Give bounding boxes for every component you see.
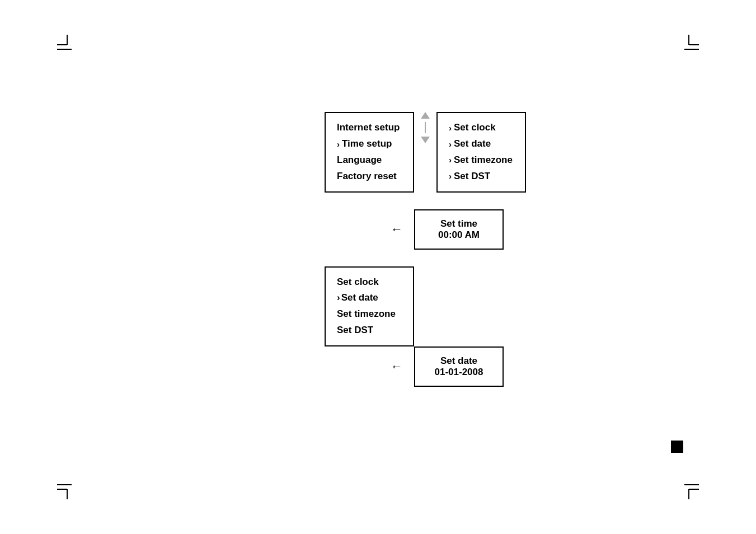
set-date-box: Set date 01-01-2008 xyxy=(414,346,504,387)
chevron-icon-set-date: › xyxy=(449,137,452,152)
scroll-line xyxy=(425,122,426,133)
set-date-value: 01-01-2008 xyxy=(431,367,487,378)
back-arrow-2[interactable]: ← xyxy=(369,359,403,374)
menu-item-time-setup[interactable]: › Time setup xyxy=(337,136,402,152)
corner-mark-top-left xyxy=(56,34,78,56)
top-row: Internet setup › Time setup Language Fac… xyxy=(325,112,526,193)
corner-mark-bottom-left xyxy=(56,478,78,500)
submenu-item-set-dst[interactable]: › Set DST xyxy=(449,168,514,185)
corner-mark-bottom-right xyxy=(678,478,700,500)
black-square-indicator xyxy=(671,441,683,453)
chevron-icon-clock-set-date: › xyxy=(337,290,340,306)
submenu-item-set-timezone[interactable]: › Set timezone xyxy=(449,152,514,168)
set-time-box: Set time 00:00 AM xyxy=(414,209,504,250)
chevron-icon-time-setup: › xyxy=(337,137,340,152)
submenu-item-set-date[interactable]: › Set date xyxy=(449,136,514,152)
chevron-icon-set-timezone: › xyxy=(449,153,452,167)
third-row: Set clock › Set date Set timezone Set DS… xyxy=(325,266,526,347)
clock-submenu-set-dst[interactable]: Set DST xyxy=(337,322,402,339)
back-arrow-1[interactable]: ← xyxy=(369,222,403,237)
set-time-value: 00:00 AM xyxy=(431,229,487,241)
menu-label-internet-setup: Internet setup xyxy=(337,120,400,136)
main-menu-box: Internet setup › Time setup Language Fac… xyxy=(325,112,414,193)
clock-submenu-set-date[interactable]: › Set date xyxy=(337,290,402,306)
chevron-icon-set-clock: › xyxy=(449,121,452,135)
menu-label-factory-reset: Factory reset xyxy=(337,168,397,185)
menu-item-language[interactable]: Language xyxy=(337,152,402,168)
submenu-label-set-clock: Set clock xyxy=(454,120,496,136)
clock-label-set-clock: Set clock xyxy=(337,274,379,291)
scroll-up-arrow[interactable] xyxy=(421,112,430,119)
time-submenu-box: › Set clock › Set date › Set timezone › … xyxy=(436,112,526,193)
corner-mark-top-right xyxy=(678,34,700,56)
menu-label-language: Language xyxy=(337,152,382,168)
scroll-indicator xyxy=(414,112,436,143)
clock-label-set-timezone: Set timezone xyxy=(337,306,396,322)
menu-item-internet-setup[interactable]: Internet setup xyxy=(337,120,402,136)
clock-label-set-dst: Set DST xyxy=(337,322,373,339)
clock-submenu-set-timezone[interactable]: Set timezone xyxy=(337,306,402,322)
content-area: Internet setup › Time setup Language Fac… xyxy=(325,112,526,387)
menu-item-factory-reset[interactable]: Factory reset xyxy=(337,168,402,185)
chevron-icon-set-dst: › xyxy=(449,169,452,184)
set-time-title: Set time xyxy=(431,218,487,229)
submenu-item-set-clock[interactable]: › Set clock xyxy=(449,120,514,136)
fourth-row: ← Set date 01-01-2008 xyxy=(325,346,526,387)
submenu-label-set-timezone: Set timezone xyxy=(454,152,513,168)
second-row: ← Set time 00:00 AM xyxy=(325,209,526,250)
scroll-down-arrow[interactable] xyxy=(421,137,430,143)
submenu-label-set-date: Set date xyxy=(454,136,491,152)
menu-label-time-setup: Time setup xyxy=(342,136,392,152)
clock-submenu-box: Set clock › Set date Set timezone Set DS… xyxy=(325,266,414,347)
clock-label-set-date: Set date xyxy=(341,290,378,306)
submenu-label-set-dst: Set DST xyxy=(454,168,490,185)
clock-submenu-set-clock[interactable]: Set clock xyxy=(337,274,402,291)
set-date-title: Set date xyxy=(431,355,487,367)
